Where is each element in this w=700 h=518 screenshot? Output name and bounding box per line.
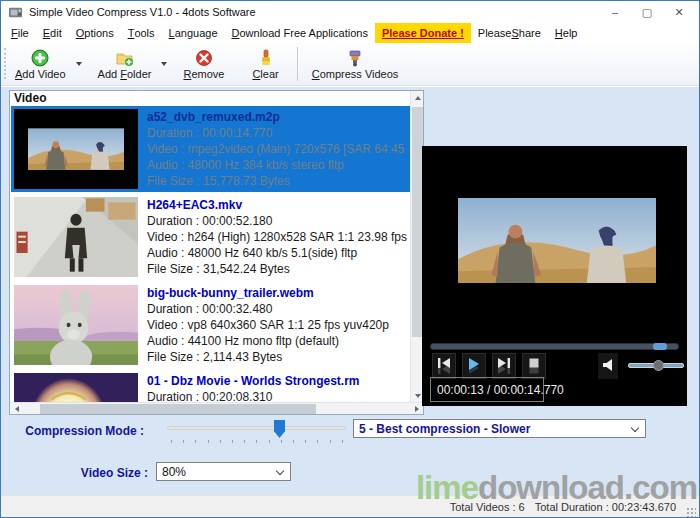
add-video-dropdown[interactable] <box>74 49 84 79</box>
compression-slider-thumb[interactable] <box>274 420 285 438</box>
video-stream-info: Video : mpeg2video (Main) 720x576 [SAR 6… <box>147 141 407 157</box>
compression-slider[interactable] <box>167 426 346 430</box>
chevron-down-icon <box>631 424 639 432</box>
player-controls <box>432 353 546 379</box>
video-stream-info: Video : h264 (High) 1280x528 SAR 1:1 23.… <box>147 229 407 245</box>
menu-bar: File Edit Options Tools Language Downloa… <box>1 23 699 43</box>
watermark-download: download.com <box>478 469 697 506</box>
seek-bar[interactable] <box>430 343 679 350</box>
add-video-button[interactable]: Add Video <box>9 47 72 82</box>
video-title: a52_dvb_remuxed.m2p <box>147 110 407 125</box>
clear-button[interactable]: Clear <box>246 47 284 82</box>
watermark: limedownload.com <box>416 469 697 507</box>
video-size-label: Video Size : <box>1 466 148 480</box>
video-duration: Duration : 00:20:08.310 <box>147 389 407 402</box>
arrow-up-icon <box>415 96 421 100</box>
video-duration: Duration : 00:00:14.770 <box>147 125 407 141</box>
menu-help[interactable]: Help <box>548 23 585 43</box>
time-display: 00:00:13 / 00:00:14.770 <box>430 377 544 402</box>
seek-thumb[interactable] <box>653 343 667 350</box>
video-list-header: Video <box>10 91 410 105</box>
title-bar[interactable]: Simple Video Compress V1.0 - 4dots Softw… <box>1 1 699 23</box>
volume-slider[interactable] <box>628 363 684 368</box>
video-size-select[interactable]: 80% <box>156 462 291 481</box>
play-button[interactable] <box>462 353 486 379</box>
video-list-items: a52_dvb_remuxed.m2p Duration : 00:00:14.… <box>11 106 410 402</box>
volume-button[interactable] <box>598 353 618 379</box>
video-title: 01 - Dbz Movie - Worlds Strongest.rm <box>147 374 407 389</box>
video-preview-frame <box>458 198 656 283</box>
compress-icon <box>346 49 364 67</box>
video-list-item-bunny[interactable]: big-buck-bunny_trailer.webm Duration : 0… <box>11 282 410 368</box>
add-folder-dropdown[interactable] <box>159 49 169 79</box>
remove-button[interactable]: Remove <box>177 47 230 82</box>
add-folder-button[interactable]: Add Folder <box>92 47 158 82</box>
video-list-item-a52[interactable]: a52_dvb_remuxed.m2p Duration : 00:00:14.… <box>11 106 410 192</box>
menu-please-donate[interactable]: Please Donate ! <box>375 23 471 43</box>
toolbar: Add Video Add Folder Remove <box>1 43 699 86</box>
menu-download-free-applications[interactable]: Download Free Applications <box>225 23 375 43</box>
toolbar-grip[interactable] <box>4 48 6 79</box>
app-window: Simple Video Compress V1.0 - 4dots Softw… <box>0 0 700 518</box>
toolbar-separator <box>297 47 298 81</box>
previous-button[interactable] <box>432 353 456 379</box>
video-thumbnail <box>14 109 138 189</box>
video-list: Video a52_dvb_remuxed.m2p Duration : 00:… <box>9 90 424 415</box>
video-thumbnail <box>14 373 138 402</box>
add-icon <box>31 49 49 67</box>
compression-mode-value: 5 - Best compression - Slower <box>359 422 530 436</box>
scroll-up-button[interactable] <box>411 91 424 104</box>
menu-edit[interactable]: Edit <box>36 23 69 43</box>
file-size: File Size : 31,542.24 Bytes <box>147 261 407 277</box>
video-duration: Duration : 00:00:32.480 <box>147 301 389 317</box>
horizontal-scroll-thumb[interactable] <box>40 404 316 414</box>
arrow-right-icon <box>415 406 419 412</box>
arrow-down-icon <box>415 394 421 398</box>
video-title: big-buck-bunny_trailer.webm <box>147 286 389 301</box>
slider-tick-marks <box>171 440 343 443</box>
speaker-icon <box>603 359 614 371</box>
arrow-left-icon <box>15 406 19 412</box>
chevron-down-icon <box>76 62 82 66</box>
video-duration: Duration : 00:00:52.180 <box>147 213 407 229</box>
window-title: Simple Video Compress V1.0 - 4dots Softw… <box>29 6 256 18</box>
horizontal-scrollbar[interactable] <box>10 402 423 414</box>
minimize-button[interactable]: – <box>599 1 631 23</box>
clear-brush-icon <box>257 49 275 67</box>
menu-tools[interactable]: Tools <box>121 23 162 43</box>
compress-videos-button[interactable]: Compress Videos <box>306 47 405 82</box>
menu-please-share[interactable]: Please Share <box>471 23 548 43</box>
audio-stream-info: Audio : 48000 Hz 384 kb/s stereo fltp <box>147 157 407 173</box>
audio-stream-info: Audio : 44100 Hz mono fltp (default) <box>147 333 389 349</box>
video-thumbnail <box>14 285 138 365</box>
stop-button[interactable] <box>522 353 546 379</box>
compression-mode-select[interactable]: 5 - Best compression - Slower <box>353 419 646 438</box>
file-size: File Size : 2,114.43 Bytes <box>147 349 389 365</box>
menu-file[interactable]: File <box>4 23 36 43</box>
menu-options[interactable]: Options <box>69 23 121 43</box>
resize-grip-icon[interactable] <box>686 507 696 517</box>
video-title: H264+EAC3.mkv <box>147 198 407 213</box>
main-area: Video a52_dvb_remuxed.m2p Duration : 00:… <box>1 87 699 495</box>
audio-stream-info: Audio : 48000 Hz 640 kb/s 5.1(side) fltp <box>147 245 407 261</box>
video-size-value: 80% <box>162 465 186 479</box>
folder-add-icon <box>116 49 134 67</box>
maximize-button[interactable]: ▢ <box>631 1 663 23</box>
menu-language[interactable]: Language <box>162 23 225 43</box>
remove-icon <box>195 49 213 67</box>
video-list-item-dbz[interactable]: 01 - Dbz Movie - Worlds Strongest.rm Dur… <box>11 370 410 402</box>
watermark-lime: lime <box>416 469 478 506</box>
video-player: 00:00:13 / 00:00:14.770 <box>422 146 687 406</box>
compression-mode-label: Compression Mode : <box>1 424 144 438</box>
close-button[interactable]: ✕ <box>663 1 695 23</box>
volume-thumb[interactable] <box>653 360 664 371</box>
video-thumbnail <box>14 197 138 277</box>
chevron-down-icon <box>276 467 284 475</box>
app-icon <box>8 5 23 20</box>
video-list-item-h264[interactable]: H264+EAC3.mkv Duration : 00:00:52.180 Vi… <box>11 194 410 280</box>
chevron-down-icon <box>161 62 167 66</box>
next-button[interactable] <box>492 353 516 379</box>
file-size: File Size : 15,778.73 Bytes <box>147 173 407 189</box>
video-stream-info: Video : vp8 640x360 SAR 1:1 25 fps yuv42… <box>147 317 389 333</box>
scroll-left-button[interactable] <box>10 403 23 415</box>
